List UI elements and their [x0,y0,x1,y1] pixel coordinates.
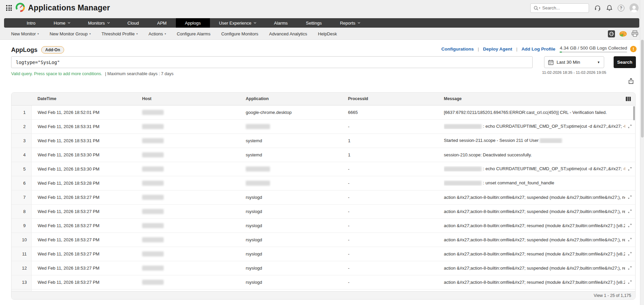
nav-item-label: APM [157,21,167,26]
col-header-host[interactable]: Host [136,93,240,105]
nav-item-label: Home [54,21,65,26]
toolbar-item-actions[interactable]: Actions▾ [149,31,166,36]
nav-item-settings[interactable]: Settings [297,18,331,28]
expand-icon[interactable] [628,124,632,128]
message-wrap: : unset command_not_found_handle [444,180,635,186]
cell-message: [6637:6792:0211/185201.694765:ERROR:cast… [438,105,635,119]
nav-item-monitors[interactable]: Monitors [79,18,118,28]
table-row[interactable]: 1Wed Feb 11, 2026 18:52:01 PMgoogle-chro… [11,105,635,119]
row-number: 2 [11,119,31,133]
table-row[interactable]: 9Wed Feb 11, 2026 18:53:27 PMrsyslogd-ac… [11,218,635,233]
table-row[interactable]: 13Wed Feb 11, 2026 18:53:27 PMrsyslogd-a… [11,275,635,289]
toolbar-item-new-monitor-group[interactable]: New Monitor Group▾ [50,31,91,36]
toolbar-item-configure-monitors[interactable]: Configure Monitors [221,31,258,36]
col-header-datetime[interactable]: DateTime [31,93,136,105]
message-wrap: [6637:6792:0211/185201.694765:ERROR:cast… [444,110,635,115]
table-row[interactable]: 10Wed Feb 11, 2026 18:53:27 PMrsyslogd-a… [11,233,635,247]
link-configurations[interactable]: Configurations [441,47,474,52]
redacted-host [142,110,164,115]
global-search[interactable]: ▾ [530,3,589,13]
message-text: : echo CURRDATEUPTIME_CMD_OP_ST;uptime|c… [444,166,625,172]
nav-item-label: Applogs [185,21,201,26]
toolbar-item-configure-alarms[interactable]: Configure Alarms [177,31,211,36]
storage-warning-icon[interactable]: ! [630,46,637,52]
cell-datetime: Wed Feb 11, 2026 18:53:31 PM [31,133,136,148]
message-text: session-210.scope: Deactivated successfu… [444,152,632,157]
nav-item-reports[interactable]: Reports [331,18,369,28]
pagination-text: View 1 - 25 of 1,175 [594,293,631,298]
printer-icon[interactable] [631,30,639,37]
app-launcher-icon[interactable] [6,5,12,11]
nav-item-cloud[interactable]: Cloud [118,18,148,28]
expand-icon[interactable] [628,266,632,270]
app-title: Applications Manager [28,3,110,12]
redacted-host [142,195,164,200]
secondary-toolbar: New Monitor▾New Monitor Group▾Threshold … [0,28,644,39]
page-scrollbar[interactable] [640,0,644,305]
help-icon[interactable]: ? [618,5,624,11]
cell-application: systemd [240,133,342,148]
cell-message: session-210.scope: Deactivated successfu… [438,148,635,162]
col-header-message[interactable]: Message [438,93,635,105]
expand-icon[interactable] [628,223,632,227]
table-row[interactable]: 12Wed Feb 11, 2026 18:53:27 PMrsyslogd-a… [11,261,635,275]
nav-item-label: Intro [27,21,35,26]
table-row[interactable]: 5Wed Feb 11, 2026 18:53:30 PM-: echo CUR… [11,162,635,176]
table-row[interactable]: 8Wed Feb 11, 2026 18:53:27 PMrsyslogd-ac… [11,204,635,218]
topbar-right: ▾ ? [530,3,639,13]
table-scrollbar-thumb[interactable] [633,106,635,120]
link-deploy-agent[interactable]: Deploy Agent [483,47,512,52]
column-chooser-icon[interactable] [625,96,631,101]
redacted-message-part [444,124,482,129]
expand-icon[interactable] [628,195,632,199]
nav-item-apm[interactable]: APM [148,18,176,28]
search-button[interactable]: Search [614,56,636,68]
storage-progress-track [560,52,627,53]
table-row[interactable]: 6Wed Feb 11, 2026 18:53:28 PM-: unset co… [11,176,635,190]
col-header-processid[interactable]: ProcessId [342,93,438,105]
nav-item-intro[interactable]: Intro [18,18,45,28]
pie-chart-icon[interactable] [619,31,627,37]
table-row[interactable]: 3Wed Feb 11, 2026 18:53:31 PMsystemd1Sta… [11,133,635,148]
export-icon[interactable] [628,78,634,86]
support-headset-icon[interactable] [594,5,601,11]
cell-datetime: Wed Feb 11, 2026 18:53:27 PM [31,275,136,289]
nav-item-home[interactable]: Home [45,18,79,28]
search-scope-caret-icon[interactable]: ▾ [539,7,540,9]
time-range-picker[interactable]: Last 30 Min ▼ [544,56,604,68]
toolbar-item-threshold-profile[interactable]: Threshold Profile▾ [102,31,138,36]
link-add-log-profile[interactable]: Add Log Profile [521,47,556,52]
chevron-down-icon [358,21,360,24]
user-avatar[interactable] [629,3,639,12]
table-row[interactable]: 11Wed Feb 11, 2026 18:53:27 PMrsyslogd-a… [11,247,635,261]
expand-icon[interactable] [628,252,632,256]
expand-icon[interactable] [628,209,632,213]
page-scrollbar-thumb[interactable] [641,40,644,138]
toolbar-item-new-monitor[interactable]: New Monitor▾ [11,31,39,36]
message-wrap: action &#x27;action-8-builtin:omfile&#x2… [444,195,635,200]
redacted-message-part [444,166,482,172]
shutter-icon[interactable] [608,30,615,37]
log-table: DateTime Host Application ProcessId Mess… [11,92,636,300]
nav-item-user-experience[interactable]: User Experience [210,18,265,28]
expand-icon[interactable] [628,238,632,242]
query-input[interactable] [11,56,533,68]
cell-datetime: Wed Feb 11, 2026 18:53:30 PM [31,162,136,176]
toolbar-item-helpdesk[interactable]: HelpDesk [318,31,337,36]
cell-datetime: Wed Feb 11, 2026 18:53:27 PM [31,247,136,261]
cell-processid: - [342,119,438,133]
expand-icon[interactable] [628,167,632,171]
table-row[interactable]: 7Wed Feb 11, 2026 18:53:27 PMrsyslogd-ac… [11,190,635,204]
col-header-application[interactable]: Application [240,93,342,105]
table-row[interactable]: 2Wed Feb 11, 2026 18:53:31 PM-: echo CUR… [11,119,635,133]
table-row[interactable]: 4Wed Feb 11, 2026 18:53:30 PMsystemd1ses… [11,148,635,162]
cell-host [136,133,240,148]
cell-application: rsyslogd [240,218,342,233]
cell-application: rsyslogd [240,261,342,275]
nav-item-applogs[interactable]: Applogs [176,18,210,28]
nav-item-alarms[interactable]: Alarms [265,18,297,28]
notifications-bell-icon[interactable] [606,5,613,11]
expand-icon[interactable] [628,280,632,284]
toolbar-item-advanced-analytics[interactable]: Advanced Analytics [269,31,307,36]
search-input[interactable] [542,5,586,11]
